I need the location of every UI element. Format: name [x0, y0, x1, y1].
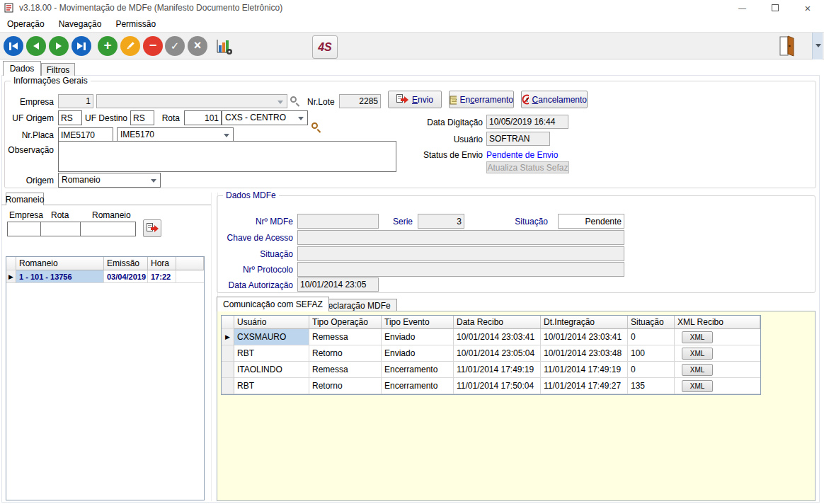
empresa-search-icon[interactable] [290, 96, 300, 106]
data-recibo-cell[interactable]: 11/01/2014 17:50:04 [454, 378, 541, 394]
usuario-col-header[interactable]: Usuário [234, 316, 309, 329]
toolbar-overflow[interactable] [812, 33, 823, 59]
close-button[interactable]: × [791, 0, 824, 16]
tipo-evento-cell[interactable]: Encerramento [382, 378, 454, 394]
xml-button[interactable]: XML [682, 348, 713, 360]
xml-button[interactable]: XML [682, 380, 713, 392]
xml-button[interactable]: XML [682, 364, 713, 376]
origem-combo[interactable]: Romaneio [58, 173, 161, 188]
brand-button[interactable]: 4S [312, 35, 338, 59]
dt-integracao-col-header[interactable]: Dt.Integração [541, 316, 628, 329]
tab-dados[interactable]: Dados [3, 61, 41, 76]
situacao-cell[interactable]: 100 [628, 345, 675, 362]
cancelamento-button[interactable]: ! Cancelamento [521, 91, 588, 108]
nav-previous-button[interactable] [26, 36, 46, 56]
empresa-field[interactable] [58, 94, 93, 108]
nav-next-button[interactable] [49, 36, 69, 56]
romaneio-grid-corner[interactable] [6, 257, 16, 270]
usuario-cell[interactable]: CXSMAURO [234, 329, 309, 345]
observacao-textarea[interactable] [58, 141, 396, 172]
data-recibo-col-header[interactable]: Data Recibo [454, 316, 541, 329]
usuario-cell[interactable]: RBT [234, 378, 309, 394]
minimize-button[interactable]: — [726, 0, 758, 16]
atualiza-status-sefaz-button[interactable]: Atualiza Status Sefaz [486, 161, 569, 173]
tipo-operacao-cell[interactable]: Retorno [309, 378, 382, 394]
emissao-col-header[interactable]: Emissão [104, 257, 148, 270]
dt-integracao-cell[interactable]: 11/01/2014 17:49:19 [541, 362, 628, 378]
tab-filtros[interactable]: Filtros [41, 63, 75, 76]
row-indicator-cell[interactable]: ▶ [6, 270, 16, 283]
situacao-field[interactable] [297, 246, 624, 261]
delete-record-button[interactable]: − [143, 36, 163, 56]
row-indicator-cell[interactable] [222, 378, 234, 394]
nr-protocolo-field[interactable] [297, 262, 624, 277]
usuario-field[interactable] [486, 132, 550, 146]
menu-operacao[interactable]: Operação [0, 19, 52, 29]
romaneio-cell[interactable]: 1 - 101 - 13756 [16, 270, 104, 283]
edit-record-button[interactable] [120, 36, 140, 56]
encerramento-button[interactable]: Encerramento [449, 91, 514, 108]
emissao-cell[interactable]: 03/04/2019 [104, 270, 148, 283]
situacao-col-header[interactable]: Situação [628, 316, 675, 329]
nr-placa-field[interactable] [58, 127, 113, 142]
envio-button[interactable]: Envio [388, 91, 442, 108]
chave-acesso-field[interactable] [297, 230, 624, 245]
add-record-button[interactable]: + [98, 36, 118, 56]
cancel-button[interactable]: × [188, 36, 207, 56]
usuario-cell[interactable]: ITAOLINDO [234, 362, 309, 378]
tipo-evento-cell[interactable]: Encerramento [382, 362, 454, 378]
situacao-top-field[interactable] [558, 214, 624, 229]
xml-recibo-col-header[interactable]: XML Recibo [675, 316, 760, 329]
tab-romaneio[interactable]: Romaneio [6, 193, 44, 205]
nr-mdfe-field[interactable] [297, 214, 379, 229]
tipo-evento-col-header[interactable]: Tipo Evento [382, 316, 454, 329]
chart-button[interactable] [214, 36, 234, 56]
rota-field[interactable] [184, 110, 222, 125]
serie-field[interactable] [418, 214, 464, 229]
data-recibo-cell[interactable]: 10/01/2014 23:03:41 [454, 329, 541, 345]
rota-combo[interactable]: CXS - CENTRO [222, 110, 308, 125]
uf-destino-field[interactable] [130, 110, 154, 125]
data-recibo-cell[interactable]: 10/01/2014 23:05:04 [454, 345, 541, 362]
romaneio-send-button[interactable] [143, 219, 161, 237]
tipo-evento-cell[interactable]: Enviado [382, 329, 454, 345]
dt-integracao-cell[interactable]: 10/01/2014 23:03:48 [541, 345, 628, 362]
menu-navegacao[interactable]: Navegação [52, 19, 109, 29]
xml-button[interactable]: XML [682, 331, 713, 343]
data-recibo-cell[interactable]: 11/01/2014 17:49:19 [454, 362, 541, 378]
rota-search-icon[interactable] [311, 122, 321, 132]
row-indicator-cell[interactable]: ▶ [222, 329, 234, 345]
maximize-button[interactable] [759, 0, 791, 16]
tipo-operacao-cell[interactable]: Remessa [309, 329, 382, 345]
situacao-cell[interactable]: 0 [628, 329, 675, 345]
romaneio-rota-field[interactable] [40, 222, 81, 236]
row-indicator-cell[interactable] [222, 345, 234, 362]
row-indicator-cell[interactable] [222, 362, 234, 378]
romaneio-col-header[interactable]: Romaneio [16, 257, 104, 270]
romaneio-empresa-field[interactable] [7, 222, 41, 236]
tipo-evento-cell[interactable]: Enviado [382, 345, 454, 362]
confirm-button[interactable]: ✓ [165, 36, 185, 56]
tipo-operacao-col-header[interactable]: Tipo Operação [309, 316, 382, 329]
sefaz-grid-corner[interactable] [222, 316, 234, 329]
nav-first-button[interactable] [4, 36, 23, 56]
data-digitacao-field[interactable] [486, 115, 568, 129]
dt-integracao-cell[interactable]: 10/01/2014 23:03:41 [541, 329, 628, 345]
situacao-cell[interactable]: 135 [628, 378, 675, 394]
empresa-combo[interactable] [96, 94, 287, 108]
romaneio-romaneio-field[interactable] [80, 222, 136, 236]
hora-col-header[interactable]: Hora [148, 257, 176, 270]
tipo-operacao-cell[interactable]: Remessa [309, 362, 382, 378]
exit-button[interactable] [779, 35, 796, 57]
usuario-cell[interactable]: RBT [234, 345, 309, 362]
hora-cell[interactable]: 17:22 [148, 270, 176, 283]
menu-permissao[interactable]: Permissão [108, 19, 163, 29]
data-autorizacao-field[interactable] [297, 277, 379, 292]
dt-integracao-cell[interactable]: 11/01/2014 17:49:27 [541, 378, 628, 394]
uf-origem-field[interactable] [58, 110, 82, 125]
nr-lote-field[interactable] [339, 94, 381, 108]
nav-last-button[interactable] [71, 36, 91, 56]
tipo-operacao-cell[interactable]: Retorno [309, 345, 382, 362]
nr-placa-combo[interactable]: IME5170 [117, 127, 234, 142]
situacao-cell[interactable]: 0 [628, 362, 675, 378]
